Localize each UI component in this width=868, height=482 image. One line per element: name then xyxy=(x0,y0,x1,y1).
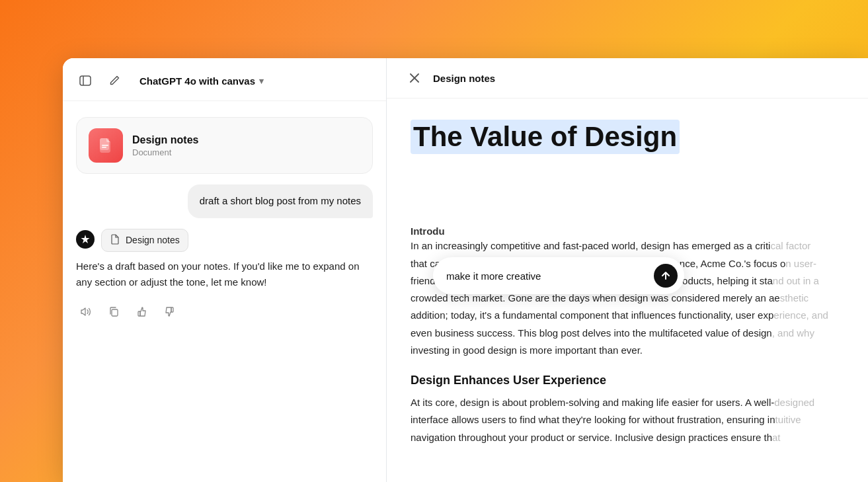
svg-rect-6 xyxy=(138,311,140,316)
right-panel: Design notes The Value of Design Introdu xyxy=(387,58,868,482)
ai-text-response: Here's a draft based on your notes. If y… xyxy=(76,259,373,292)
doc-section1-body: At its core, design is about problem-sol… xyxy=(411,394,844,446)
attachment-info: Design notes Document xyxy=(132,134,198,157)
user-message-bubble: draft a short blog post from my notes xyxy=(188,184,373,218)
right-panel-title: Design notes xyxy=(433,73,495,84)
svg-rect-5 xyxy=(112,309,118,316)
left-header: ChatGPT 4o with canvas ▾ xyxy=(63,58,386,101)
response-actions xyxy=(76,301,373,321)
thumbs-down-button[interactable] xyxy=(159,301,179,321)
user-message-text: draft a short blog post from my notes xyxy=(200,195,361,206)
attachment-title: Design notes xyxy=(132,134,198,146)
svg-rect-4 xyxy=(102,147,106,148)
right-header: Design notes xyxy=(387,58,868,99)
svg-rect-3 xyxy=(102,145,108,146)
main-container: ChatGPT 4o with canvas ▾ Design not xyxy=(63,58,868,482)
design-notes-chip-label: Design notes xyxy=(126,235,180,245)
floating-edit-input[interactable] xyxy=(446,270,647,282)
doc-title: The Value of Design xyxy=(411,120,680,154)
close-button[interactable] xyxy=(405,69,424,87)
chevron-down-icon: ▾ xyxy=(259,76,264,86)
sidebar-toggle-button[interactable] xyxy=(75,70,96,91)
floating-input-box xyxy=(433,257,684,294)
thumbs-up-button[interactable] xyxy=(132,301,151,321)
model-selector[interactable]: ChatGPT 4o with canvas ▾ xyxy=(133,72,270,90)
copy-button[interactable] xyxy=(104,301,124,321)
svg-rect-0 xyxy=(80,76,91,85)
attachment-card[interactable]: Design notes Document xyxy=(76,117,373,174)
floating-input-container xyxy=(433,257,868,294)
doc-intro-body: In an increasingly competitive and fast-… xyxy=(411,237,844,359)
doc-section1-title: Design Enhances User Experience xyxy=(411,374,844,387)
floating-send-button[interactable] xyxy=(654,264,678,288)
right-content: The Value of Design Introdu In an increa xyxy=(387,99,868,482)
attachment-doc-icon xyxy=(89,128,123,163)
doc-intro-label: Introdu xyxy=(411,225,485,237)
ai-response-area: Design notes Here's a draft based on you… xyxy=(76,229,373,322)
design-notes-chip[interactable]: Design notes xyxy=(101,229,188,252)
ai-icon-row: Design notes xyxy=(76,229,373,252)
ai-avatar xyxy=(76,230,95,249)
chip-doc-icon xyxy=(110,234,120,247)
speaker-button[interactable] xyxy=(76,301,96,321)
attachment-subtitle: Document xyxy=(132,147,198,157)
left-panel: ChatGPT 4o with canvas ▾ Design not xyxy=(63,58,387,482)
model-label: ChatGPT 4o with canvas xyxy=(139,75,255,87)
edit-button[interactable] xyxy=(104,70,125,91)
left-content: Design notes Document draft a short blog… xyxy=(63,101,386,482)
svg-rect-7 xyxy=(171,307,173,312)
